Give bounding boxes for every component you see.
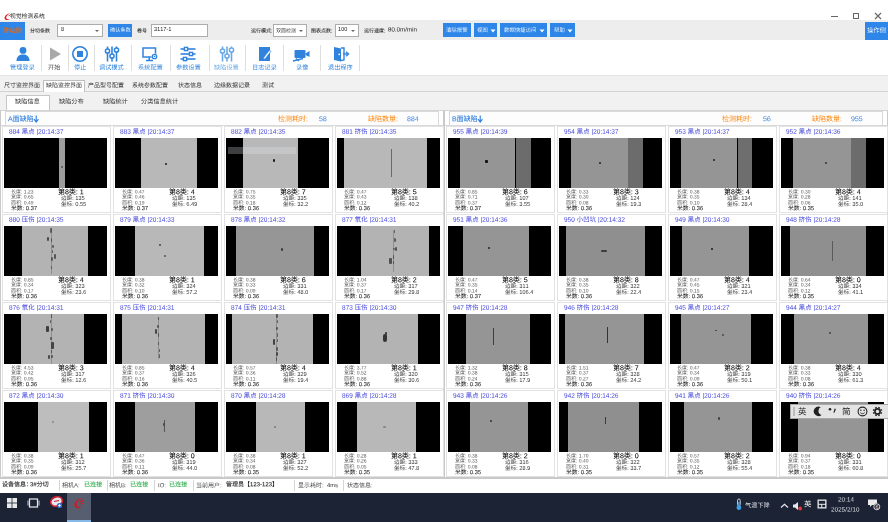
- svg-text:6: 6: [876, 504, 879, 510]
